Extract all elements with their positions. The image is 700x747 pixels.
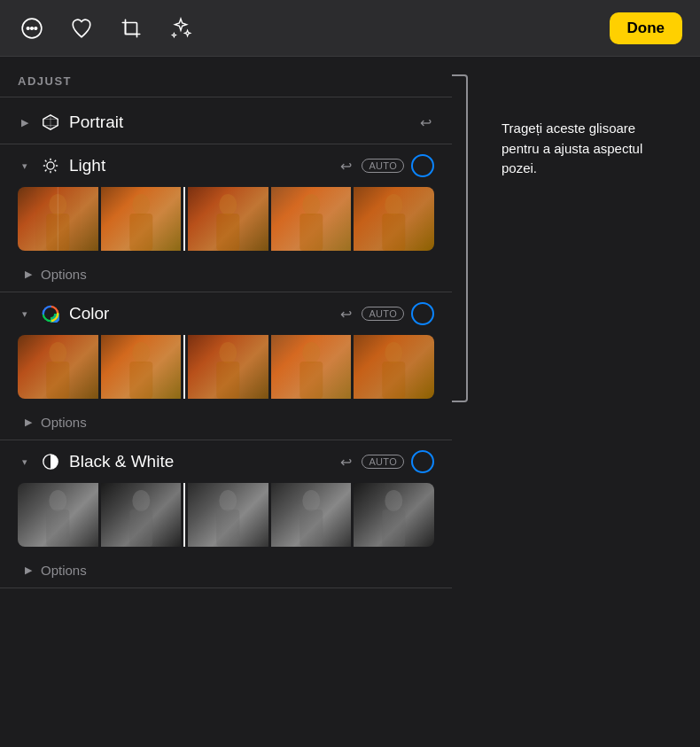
svg-line-12 [55,160,57,162]
enhance-button[interactable] [167,14,195,43]
adjust-panel: ADJUST ▶ Portrait ↩ ▾ [0,57,452,747]
bw-person-5 [354,483,434,547]
svg-point-22 [302,194,320,215]
svg-point-37 [385,342,403,363]
bw-reset-button[interactable]: ↩ [337,453,354,471]
light-auto-button[interactable]: AUTO [362,159,404,173]
bw-thumb-5[interactable] [354,483,434,547]
svg-line-13 [45,170,47,172]
portrait-reset-button[interactable]: ↩ [416,113,434,131]
svg-rect-36 [299,362,323,399]
bw-thumb-1[interactable] [18,483,98,547]
color-toggle[interactable] [411,302,434,325]
light-thumb-1[interactable] [18,187,98,251]
light-reset-button[interactable]: ↩ [337,157,354,175]
color-thumb-1[interactable] [18,335,98,399]
bw-icon [41,452,60,471]
light-options-label: Options [41,267,87,282]
light-person-1 [18,187,98,251]
color-person-4 [271,335,352,399]
bw-photo-strip [18,483,434,547]
bw-thumb-3[interactable] [188,483,268,547]
svg-rect-34 [216,362,239,399]
favorite-button[interactable] [67,14,96,43]
color-auto-button[interactable]: AUTO [362,307,404,321]
bw-auto-button[interactable]: AUTO [362,455,404,469]
light-thumb-5[interactable] [354,187,434,251]
svg-point-5 [47,162,54,169]
crop-button[interactable] [117,14,145,43]
svg-rect-38 [383,362,406,399]
svg-rect-23 [299,214,323,251]
bw-section-header[interactable]: ▾ Black & White ↩ AUTO [18,440,434,483]
light-strip-divider [183,187,185,251]
crop-icon [120,17,143,40]
light-chevron: ▾ [18,159,32,173]
color-strip-divider [183,335,185,399]
light-icon [41,156,60,175]
svg-rect-49 [383,510,406,547]
color-thumb-3[interactable] [188,335,268,399]
light-options[interactable]: ▶ Options [18,260,434,292]
color-options-label: Options [41,415,87,430]
color-thumb-5[interactable] [354,335,434,399]
panel-header: ADJUST [0,57,452,97]
color-thumb-2[interactable] [101,335,182,399]
svg-line-10 [45,160,47,162]
svg-rect-4 [126,22,137,34]
portrait-controls: ↩ [416,113,434,131]
color-chevron: ▾ [18,307,32,321]
sparkles-icon [169,17,192,40]
svg-point-48 [385,490,403,511]
light-photo-strip [18,187,434,251]
bw-toggle[interactable] [411,450,434,473]
bw-options-chevron: ▶ [21,563,35,577]
svg-rect-25 [383,214,406,251]
color-person-5 [354,335,434,399]
svg-point-29 [49,342,66,363]
color-section-header[interactable]: ▾ [18,292,434,335]
color-reset-button[interactable]: ↩ [337,305,354,323]
svg-point-2 [31,27,34,29]
color-circle-icon [42,305,59,323]
bw-options[interactable]: ▶ Options [18,556,434,587]
light-section-header[interactable]: ▾ Light ↩ [18,144,434,187]
bw-thumb-4[interactable] [271,483,352,547]
color-thumb-4[interactable] [271,335,352,399]
light-person-5 [354,187,434,251]
color-options[interactable]: ▶ Options [18,408,434,440]
svg-point-46 [302,490,320,511]
svg-point-42 [132,490,150,511]
annotation-area: Trageți aceste glisoare pentru a ajusta … [452,57,700,747]
svg-point-3 [35,27,37,29]
portrait-section: ▶ Portrait ↩ [0,101,452,144]
light-title: Light [69,156,328,175]
toolbar: Done [0,0,700,57]
light-thumb-3[interactable] [188,187,268,251]
color-options-chevron: ▶ [21,415,35,429]
svg-rect-21 [216,214,239,251]
svg-point-1 [27,27,29,29]
light-person-3 [188,187,268,251]
color-title: Color [69,304,328,323]
light-thumb-4[interactable] [271,187,352,251]
light-toggle[interactable] [411,154,434,177]
done-button[interactable]: Done [610,12,683,44]
light-options-chevron: ▶ [21,267,35,281]
color-section: ▾ [0,292,452,440]
bw-options-label: Options [41,563,87,578]
bw-chevron: ▾ [18,455,32,469]
svg-rect-32 [129,362,152,399]
light-thumb-2[interactable] [101,187,182,251]
svg-point-44 [219,490,237,511]
bw-thumb-2[interactable] [101,483,182,547]
bw-person-4 [271,483,352,547]
portrait-section-header[interactable]: ▶ Portrait ↩ [18,101,434,144]
light-section: ▾ Light ↩ [0,144,452,292]
svg-rect-45 [216,510,239,547]
svg-point-33 [219,342,237,363]
portrait-icon [41,113,60,132]
more-button[interactable] [18,14,46,43]
heart-icon [70,17,93,40]
portrait-chevron: ▶ [18,115,32,129]
